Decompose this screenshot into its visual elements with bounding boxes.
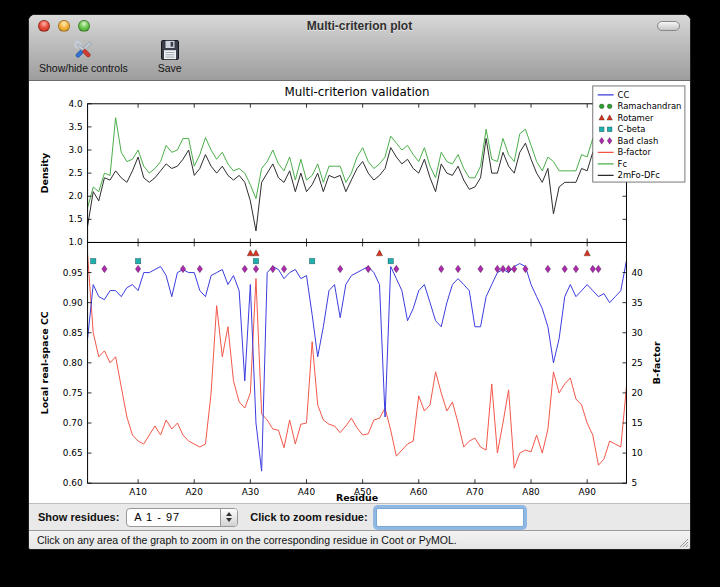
svg-text:0.85: 0.85: [63, 328, 83, 338]
svg-text:A20: A20: [186, 487, 204, 497]
svg-text:A80: A80: [522, 487, 540, 497]
2mFo-DFc-line: [88, 138, 627, 230]
svg-text:0.60: 0.60: [63, 478, 83, 488]
B-factor-line: [88, 255, 627, 469]
svg-text:0.70: 0.70: [63, 418, 83, 428]
svg-text:A30: A30: [242, 487, 260, 497]
zoom-button[interactable]: [78, 20, 90, 32]
resize-grip[interactable]: [677, 536, 689, 548]
svg-text:20: 20: [631, 388, 643, 398]
svg-text:5: 5: [631, 478, 637, 488]
svg-text:A70: A70: [466, 487, 484, 497]
chart-title: Multi-criterion validation: [284, 85, 429, 99]
svg-text:Ramachandran: Ramachandran: [618, 101, 682, 111]
outlier-markers: [90, 250, 601, 273]
save-button[interactable]: Save: [158, 38, 182, 74]
svg-text:A10: A10: [129, 487, 147, 497]
svg-text:1.0: 1.0: [68, 237, 82, 247]
save-label: Save: [158, 62, 182, 74]
stepper-arrows-icon: [220, 509, 237, 526]
cc-axis-label: Local real-space CC: [39, 311, 50, 414]
svg-text:0.90: 0.90: [63, 298, 83, 308]
axes: A10A20A30A40A50A60A70A80A904.03.53.02.52…: [63, 99, 643, 497]
svg-text:C-beta: C-beta: [618, 124, 646, 134]
svg-text:1.5: 1.5: [68, 214, 82, 224]
save-icon: [158, 38, 182, 62]
bfactor-axis-label: B-factor: [651, 341, 662, 384]
svg-text:2.5: 2.5: [68, 168, 82, 178]
chain-range-value: A 1 - 97: [127, 509, 220, 526]
top-plot-series: [88, 118, 627, 231]
plot-panel: A10A20A30A40A50A60A70A80A904.03.53.02.52…: [29, 81, 690, 503]
svg-text:4.0: 4.0: [68, 99, 82, 109]
show-hide-controls-button[interactable]: Show/hide controls: [39, 38, 128, 74]
controls-bar: Show residues: A 1 - 97 Click to zoom re…: [29, 503, 690, 530]
zoom-residue-label: Click to zoom residue:: [250, 511, 367, 523]
svg-text:10: 10: [631, 448, 643, 458]
Fc-line: [88, 118, 627, 208]
svg-text:CC: CC: [618, 90, 630, 100]
show-hide-controls-label: Show/hide controls: [39, 62, 128, 74]
svg-text:3.0: 3.0: [68, 145, 82, 155]
window-title: Multi-criterion plot: [29, 19, 690, 33]
titlebar: Multi-criterion plot: [29, 15, 690, 37]
svg-text:35: 35: [631, 298, 642, 308]
multi-criterion-validation-plot[interactable]: A10A20A30A40A50A60A70A80A904.03.53.02.52…: [29, 81, 690, 503]
close-button[interactable]: [38, 20, 50, 32]
svg-text:A40: A40: [298, 487, 316, 497]
svg-text:A90: A90: [578, 487, 596, 497]
window-controls: [38, 20, 90, 32]
density-axis-label: Density: [39, 153, 50, 193]
svg-text:0.65: 0.65: [63, 448, 83, 458]
tools-icon: [71, 38, 95, 62]
svg-text:A60: A60: [410, 487, 428, 497]
svg-text:2mFo-DFc: 2mFo-DFc: [618, 170, 661, 180]
svg-text:15: 15: [631, 418, 642, 428]
svg-text:25: 25: [631, 358, 642, 368]
svg-text:30: 30: [631, 328, 643, 338]
multi-criterion-plot-window: Multi-criterion plot Show/hide controls: [28, 14, 691, 550]
svg-text:Rotamer: Rotamer: [618, 113, 654, 123]
chain-range-selector[interactable]: A 1 - 97: [126, 508, 238, 527]
x-axis-label: Residue: [336, 492, 378, 503]
zoom-residue-input[interactable]: [376, 508, 524, 527]
svg-text:40: 40: [631, 268, 643, 278]
status-text: Click on any area of the graph to zoom i…: [37, 534, 457, 546]
svg-text:Bad clash: Bad clash: [618, 136, 659, 146]
toolbar-toggle-pill[interactable]: [657, 21, 680, 31]
svg-text:2.0: 2.0: [68, 191, 82, 201]
svg-text:Fc: Fc: [618, 159, 628, 169]
bottom-plot-series: [88, 255, 627, 472]
svg-text:B-factor: B-factor: [618, 147, 652, 157]
legend: CCRamachandranRotamerC-betaBad clashB-fa…: [593, 86, 685, 182]
status-bar: Click on any area of the graph to zoom i…: [29, 530, 690, 549]
minimize-button[interactable]: [58, 20, 70, 32]
show-residues-label: Show residues:: [38, 511, 119, 523]
svg-text:3.5: 3.5: [68, 122, 82, 132]
svg-text:0.95: 0.95: [63, 268, 83, 278]
svg-text:0.80: 0.80: [63, 358, 83, 368]
svg-text:0.75: 0.75: [63, 388, 83, 398]
toolbar: Show/hide controls Save: [29, 37, 690, 81]
